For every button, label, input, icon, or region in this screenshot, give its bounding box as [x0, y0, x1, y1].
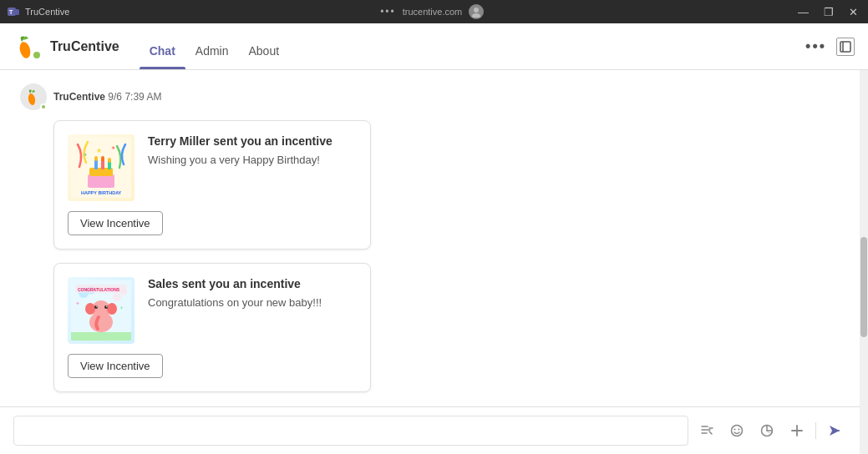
attach-icon[interactable] — [785, 419, 809, 442]
title-bar-left: T TruCentive — [7, 5, 69, 18]
svg-point-33 — [85, 303, 95, 315]
message-meta: TruCentive 9/6 7:39 AM — [53, 91, 161, 103]
title-bar-url: trucentive.com — [403, 7, 463, 17]
svg-text:✦: ✦ — [75, 300, 80, 306]
svg-point-20 — [101, 156, 104, 161]
svg-text:★: ★ — [96, 147, 102, 154]
svg-text:✦: ✦ — [119, 305, 124, 310]
svg-rect-39 — [71, 332, 131, 340]
svg-point-36 — [104, 305, 108, 309]
scrollbar-thumb[interactable] — [860, 237, 867, 337]
baby-card-image: ✦ ✦ ✦ — [68, 277, 135, 344]
incentive-text-baby: Sales sent you an incentive Congratulati… — [148, 277, 357, 310]
trucentive-logo-icon — [13, 32, 43, 62]
sender-avatar — [20, 83, 47, 110]
teams-logo-icon: T — [7, 5, 20, 18]
maximize-button[interactable]: ❐ — [820, 4, 837, 20]
close-button[interactable]: ✕ — [845, 4, 861, 20]
svg-point-44 — [739, 429, 740, 431]
messages-area: TruCentive 9/6 7:39 AM — [0, 70, 860, 406]
title-bar-center: ••• trucentive.com — [380, 4, 484, 19]
message-timestamp-row: TruCentive 9/6 7:39 AM — [20, 83, 840, 110]
incentive-card-birthday: ★ ★ ★ — [53, 120, 371, 250]
incentive-title-birthday: Terry Miller sent you an incentive — [148, 134, 357, 148]
svg-point-43 — [734, 429, 736, 431]
svg-rect-2 — [13, 9, 19, 15]
online-indicator — [40, 103, 47, 110]
sticker-icon[interactable] — [755, 419, 779, 442]
svg-point-34 — [107, 303, 117, 315]
input-area — [0, 406, 860, 454]
emoji-icon[interactable] — [725, 419, 749, 442]
svg-point-19 — [94, 156, 98, 161]
app-name: TruCentive — [50, 39, 119, 54]
svg-rect-7 — [840, 42, 850, 52]
message-timestamp: 9/6 7:39 AM — [108, 91, 161, 103]
header-more-button[interactable]: ••• — [805, 38, 826, 55]
title-bar-dots: ••• — [380, 6, 396, 18]
main-content: TruCentive 9/6 7:39 AM — [0, 70, 868, 454]
tab-about[interactable]: About — [239, 23, 290, 69]
send-button[interactable] — [823, 419, 846, 442]
chat-area: TruCentive 9/6 7:39 AM — [0, 70, 860, 454]
input-divider — [815, 422, 816, 439]
nav-tabs: Chat Admin About — [140, 23, 289, 69]
header-right: ••• — [805, 38, 855, 56]
tab-chat[interactable]: Chat — [140, 23, 185, 69]
format-icon[interactable] — [695, 419, 718, 442]
app-header: TruCentive Chat Admin About ••• — [0, 23, 868, 70]
svg-point-9 — [28, 93, 36, 105]
input-actions — [695, 419, 846, 442]
svg-point-37 — [96, 306, 97, 307]
svg-text:T: T — [9, 9, 13, 15]
minimize-button[interactable]: — — [794, 4, 812, 20]
title-bar: T TruCentive ••• trucentive.com — ❐ ✕ — [0, 0, 868, 23]
user-avatar-titlebar — [469, 4, 484, 19]
view-incentive-button-birthday[interactable]: View Incentive — [68, 211, 163, 235]
app-container: TruCentive Chat Admin About ••• — [0, 23, 868, 454]
header-expand-button[interactable] — [836, 38, 855, 56]
svg-point-5 — [18, 40, 33, 58]
svg-point-35 — [94, 305, 98, 309]
svg-point-21 — [108, 158, 111, 163]
tab-admin[interactable]: Admin — [185, 23, 239, 69]
svg-point-26 — [113, 293, 121, 301]
svg-point-38 — [106, 306, 107, 307]
svg-point-4 — [472, 13, 480, 18]
window-controls: — ❐ ✕ — [794, 4, 861, 20]
svg-rect-14 — [88, 174, 114, 188]
title-bar-app-name: TruCentive — [25, 7, 69, 17]
scrollbar[interactable] — [860, 70, 868, 454]
view-incentive-button-baby[interactable]: View Incentive — [68, 354, 163, 378]
incentive-message-baby: Congratulations on your new baby!!! — [148, 295, 357, 310]
incentive-card-body-baby: ✦ ✦ ✦ — [68, 277, 357, 344]
birthday-card-image: ★ ★ ★ — [68, 134, 135, 201]
app-logo-area: TruCentive — [13, 32, 119, 62]
incentive-card-baby: ✦ ✦ ✦ — [53, 263, 371, 392]
sender-name: TruCentive — [53, 91, 105, 103]
messages-list: ★ ★ ★ — [20, 120, 840, 392]
incentive-text-birthday: Terry Miller sent you an incentive Wishi… — [148, 134, 357, 168]
svg-point-6 — [33, 51, 41, 59]
incentive-message-birthday: Wishing you a very Happy Birthday! — [148, 153, 357, 168]
svg-text:★: ★ — [111, 145, 115, 150]
svg-text:CONGRATULATIONS: CONGRATULATIONS — [78, 287, 120, 292]
svg-point-3 — [474, 8, 479, 13]
message-input[interactable] — [13, 416, 688, 446]
svg-point-42 — [732, 426, 743, 436]
incentive-title-baby: Sales sent you an incentive — [148, 277, 357, 290]
incentive-card-body-birthday: ★ ★ ★ — [68, 134, 357, 201]
svg-text:HAPPY BIRTHDAY: HAPPY BIRTHDAY — [81, 190, 122, 195]
